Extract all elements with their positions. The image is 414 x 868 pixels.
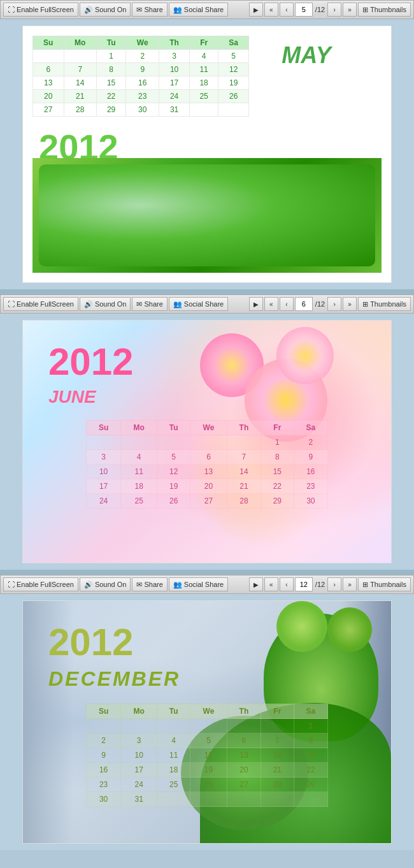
table-row: 16171819202122: [87, 763, 328, 778]
calendar-day: 11: [121, 465, 157, 479]
calendar-day: 19: [157, 479, 190, 494]
calendar-header: We: [190, 421, 227, 435]
table-row: 17181920212223: [87, 479, 328, 494]
thumbnails-button-2[interactable]: ⊞ Thumbnails: [358, 297, 411, 311]
june-calendar: 2012 JUNE SuMoTuWeThFrSa 123456789101112…: [23, 321, 391, 563]
viewer-section-june: 2012 JUNE SuMoTuWeThFrSa 123456789101112…: [0, 314, 414, 570]
calendar-day: 27: [227, 778, 261, 792]
table-row: 3456789: [87, 450, 328, 465]
calendar-day: 6: [227, 734, 261, 748]
nav-prev-2[interactable]: ‹: [280, 297, 294, 311]
page-input-1[interactable]: [295, 3, 313, 17]
social-share-button-1[interactable]: 👥 Social Share: [169, 3, 228, 17]
share-button-1[interactable]: ✉ Share: [132, 3, 167, 17]
social-label-1: Social Share: [184, 6, 224, 13]
nav-prev-1[interactable]: ‹: [280, 3, 294, 17]
calendar-header: Su: [33, 36, 64, 50]
fullscreen-button-1[interactable]: ⛶ Enable FullScreen: [3, 3, 78, 17]
section-divider-1: [0, 289, 414, 294]
calendar-day: 21: [227, 479, 261, 494]
december-calendar: 2012 DECEMBER SuMoTuWeThFrSa 12345678910…: [23, 601, 391, 843]
fullscreen-button-2[interactable]: ⛶ Enable FullScreen: [3, 297, 78, 311]
calendar-day: 28: [227, 494, 261, 509]
calendar-day: 23: [87, 778, 121, 792]
calendar-day: 31: [121, 792, 157, 807]
page-input-3[interactable]: [295, 577, 313, 591]
calendar-day: 15: [97, 76, 126, 90]
calendar-day: 7: [261, 734, 294, 748]
may-calendar: SuMoTuWeThFrSa 1234567891011121314151617…: [32, 36, 382, 273]
thumbnails-icon-1: ⊞: [362, 6, 368, 14]
calendar-day: [218, 103, 249, 117]
thumbnails-button-3[interactable]: ⊞ Thumbnails: [358, 577, 411, 591]
calendar-day: 20: [227, 763, 261, 778]
calendar-day: 13: [227, 748, 261, 763]
sound-button-3[interactable]: 🔊 Sound On: [80, 577, 131, 591]
table-row: 12345: [33, 50, 249, 63]
calendar-day: 13: [33, 76, 64, 90]
calendar-day: 31: [159, 103, 190, 117]
calendar-day: 26: [190, 778, 227, 792]
social-icon-2: 👥: [173, 300, 182, 308]
calendar-day: 1: [294, 719, 327, 734]
social-share-button-3[interactable]: 👥 Social Share: [169, 577, 228, 591]
page-total-2: /12: [314, 300, 326, 308]
nav-next-1[interactable]: ›: [327, 3, 341, 17]
calendar-day: 25: [189, 90, 218, 103]
calendar-day: [190, 719, 227, 734]
calendar-day: [190, 792, 227, 807]
nav-play-1[interactable]: ▶: [249, 3, 263, 17]
social-label-2: Social Share: [184, 300, 224, 308]
page-input-2[interactable]: [295, 297, 313, 311]
calendar-day: 24: [159, 90, 190, 103]
calendar-day: 9: [126, 63, 159, 76]
nav-last-1[interactable]: »: [343, 3, 357, 17]
sound-icon-1: 🔊: [84, 6, 93, 14]
share-label-2: Share: [144, 300, 162, 308]
sound-button-1[interactable]: 🔊 Sound On: [80, 3, 131, 17]
calendar-day: 22: [294, 763, 327, 778]
toolbar-1: ⛶ Enable FullScreen 🔊 Sound On ✉ Share 👥…: [0, 0, 414, 19]
nav-play-2[interactable]: ▶: [249, 297, 263, 311]
social-label-3: Social Share: [184, 581, 224, 588]
calendar-day: [121, 719, 157, 734]
fullscreen-button-3[interactable]: ⛶ Enable FullScreen: [3, 577, 78, 591]
calendar-day: 5: [190, 734, 227, 748]
nav-next-3[interactable]: ›: [327, 577, 341, 591]
table-row: 24252627282930: [87, 494, 328, 509]
table-row: 1: [87, 719, 328, 734]
may-month-label: MAY: [249, 36, 351, 69]
calendar-day: 23: [294, 479, 327, 494]
nav-prev-3[interactable]: ‹: [280, 577, 294, 591]
thumbnails-button-1[interactable]: ⊞ Thumbnails: [358, 3, 411, 17]
nav-next-2[interactable]: ›: [327, 297, 341, 311]
calendar-day: 15: [294, 748, 327, 763]
thumbnails-icon-2: ⊞: [362, 300, 368, 308]
section-divider-2: [0, 570, 414, 575]
sound-icon-2: 🔊: [84, 300, 93, 308]
calendar-day: 10: [159, 63, 190, 76]
calendar-day: 21: [261, 763, 294, 778]
calendar-header: Th: [227, 421, 261, 435]
thumbnails-label-1: Thumbnails: [370, 6, 406, 13]
nav-play-3[interactable]: ▶: [249, 577, 263, 591]
share-button-3[interactable]: ✉ Share: [132, 577, 167, 591]
share-button-2[interactable]: ✉ Share: [132, 297, 167, 311]
calendar-frame-december: 2012 DECEMBER SuMoTuWeThFrSa 12345678910…: [22, 600, 392, 844]
calendar-day: 2: [294, 435, 327, 450]
social-share-button-2[interactable]: 👥 Social Share: [169, 297, 228, 311]
nav-last-3[interactable]: »: [343, 577, 357, 591]
nav-first-2[interactable]: «: [264, 297, 278, 311]
calendar-header: Th: [159, 36, 190, 50]
table-row: 10111213141516: [87, 465, 328, 479]
nav-first-1[interactable]: «: [264, 3, 278, 17]
calendar-header: Fr: [261, 421, 294, 435]
calendar-day: 11: [189, 63, 218, 76]
calendar-day: [64, 50, 96, 63]
may-table: SuMoTuWeThFrSa 1234567891011121314151617…: [32, 36, 249, 117]
calendar-header: Mo: [121, 704, 157, 719]
nav-first-3[interactable]: «: [264, 577, 278, 591]
calendar-day: 18: [121, 479, 157, 494]
nav-last-2[interactable]: »: [343, 297, 357, 311]
sound-button-2[interactable]: 🔊 Sound On: [80, 297, 131, 311]
